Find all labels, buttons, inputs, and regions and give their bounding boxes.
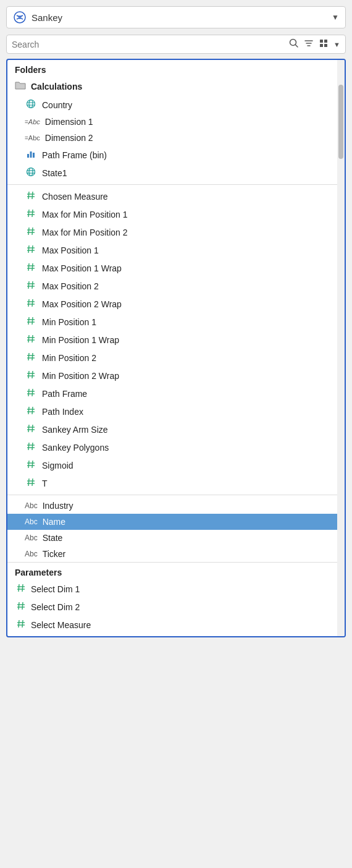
- item-label: Min Position 1 Wrap: [42, 335, 119, 345]
- abc-eq-icon: =Abc: [25, 134, 40, 142]
- hash-icon: [25, 208, 37, 220]
- item-label: State1: [42, 168, 67, 178]
- svg-line-79: [28, 461, 29, 468]
- svg-line-56: [32, 353, 33, 360]
- abc-icon: Abc: [25, 517, 38, 526]
- search-bar: ▼: [6, 35, 346, 54]
- list-item[interactable]: =Abc Dimension 1: [7, 114, 337, 130]
- list-item[interactable]: Max for Min Position 2: [7, 223, 337, 241]
- svg-line-59: [28, 371, 29, 378]
- grid-icon[interactable]: [319, 38, 329, 50]
- svg-line-55: [28, 353, 29, 360]
- svg-line-68: [32, 407, 33, 414]
- param-item-select-dim-2[interactable]: Select Dim 2: [7, 598, 337, 616]
- svg-point-16: [29, 168, 33, 176]
- svg-line-20: [32, 192, 33, 199]
- svg-line-28: [32, 228, 33, 235]
- svg-line-60: [32, 371, 33, 378]
- hash-icon: [25, 334, 37, 346]
- item-label: Path Frame (bin): [42, 150, 107, 160]
- list-item[interactable]: Chosen Measure: [7, 187, 337, 205]
- svg-line-32: [32, 245, 33, 253]
- scrollbar-thumb[interactable]: [338, 85, 343, 159]
- svg-line-72: [32, 425, 33, 432]
- list-item-ticker[interactable]: Abc Ticker: [7, 546, 337, 562]
- item-label: Min Position 2: [42, 353, 96, 363]
- search-input[interactable]: [12, 40, 285, 49]
- list-item[interactable]: Sigmoid: [7, 456, 337, 474]
- svg-line-31: [28, 245, 29, 253]
- list-item[interactable]: Min Position 2 Wrap: [7, 367, 337, 385]
- svg-line-44: [32, 299, 33, 307]
- list-item[interactable]: Max Position 1 Wrap: [7, 259, 337, 277]
- list-item[interactable]: Path Frame: [7, 385, 337, 402]
- abc-icon: Abc: [25, 501, 38, 510]
- svg-line-63: [28, 389, 29, 396]
- item-label: Ticker: [43, 549, 66, 559]
- svg-rect-12: [27, 154, 29, 158]
- svg-line-23: [28, 210, 29, 217]
- param-item-select-dim-1[interactable]: Select Dim 1: [7, 580, 337, 598]
- chevron-down-icon[interactable]: ▼: [333, 41, 340, 48]
- svg-line-51: [28, 335, 29, 343]
- divider: [7, 184, 337, 185]
- svg-line-75: [28, 443, 29, 450]
- item-label: Max Position 2 Wrap: [42, 299, 122, 309]
- filter-icon[interactable]: [304, 38, 314, 50]
- item-label: Min Position 2 Wrap: [42, 371, 119, 381]
- calculations-folder[interactable]: Calculations: [7, 77, 337, 96]
- list-item[interactable]: Max Position 1: [7, 241, 337, 259]
- hash-icon: [25, 352, 37, 364]
- list-item[interactable]: Max Position 2 Wrap: [7, 295, 337, 313]
- datasource-title: Sankey: [31, 12, 62, 23]
- svg-rect-5: [324, 40, 327, 43]
- list-item[interactable]: Min Position 1 Wrap: [7, 331, 337, 349]
- svg-rect-13: [30, 151, 32, 158]
- item-label: Select Dim 2: [31, 602, 80, 612]
- hash-icon: [25, 298, 37, 310]
- hash-icon: [25, 262, 37, 274]
- svg-line-64: [32, 389, 33, 396]
- item-label: Chosen Measure: [42, 192, 108, 202]
- list-item[interactable]: T: [7, 474, 337, 492]
- list-item[interactable]: =Abc Dimension 2: [7, 130, 337, 146]
- globe-icon: [25, 167, 37, 179]
- parameters-section-header: Parameters: [7, 562, 337, 580]
- item-label: Dimension 2: [45, 133, 93, 143]
- svg-line-84: [32, 479, 33, 486]
- list-item[interactable]: Country: [7, 96, 337, 114]
- bar-chart-icon: [25, 149, 37, 161]
- hash-icon: [25, 280, 37, 292]
- list-item[interactable]: State1: [7, 164, 337, 182]
- datasource-dropdown[interactable]: Sankey ▼: [6, 6, 346, 28]
- list-item[interactable]: Min Position 1: [7, 313, 337, 331]
- list-item[interactable]: Sankey Arm Size: [7, 420, 337, 438]
- item-label: Max Position 1: [42, 245, 99, 255]
- svg-line-87: [19, 584, 19, 592]
- svg-line-40: [32, 281, 33, 289]
- svg-line-83: [28, 479, 29, 486]
- list-item-name[interactable]: Abc Name: [7, 514, 337, 530]
- abc-icon: Abc: [25, 534, 38, 542]
- folder-icon: [15, 80, 26, 93]
- param-item-select-measure[interactable]: Select Measure: [7, 616, 337, 634]
- svg-line-35: [28, 263, 29, 271]
- scrollbar[interactable]: [337, 60, 345, 636]
- list-item[interactable]: Path Frame (bin): [7, 146, 337, 164]
- list-item-state[interactable]: Abc State: [7, 530, 337, 546]
- item-label: Sigmoid: [42, 461, 73, 470]
- list-item[interactable]: Path Index: [7, 402, 337, 420]
- item-label: Max for Min Position 1: [42, 210, 128, 219]
- svg-line-88: [22, 584, 23, 592]
- list-item[interactable]: Max for Min Position 1: [7, 205, 337, 223]
- hash-icon: [25, 244, 37, 256]
- svg-line-80: [32, 461, 33, 468]
- list-item[interactable]: Max Position 2: [7, 277, 337, 295]
- list-item[interactable]: Min Position 2: [7, 349, 337, 367]
- search-icon[interactable]: [289, 38, 299, 50]
- svg-point-1: [19, 16, 22, 19]
- abc-icon: Abc: [25, 550, 38, 558]
- list-item-industry[interactable]: Abc Industry: [7, 498, 337, 514]
- list-item[interactable]: Sankey Polygons: [7, 438, 337, 456]
- hash-icon: [25, 441, 37, 453]
